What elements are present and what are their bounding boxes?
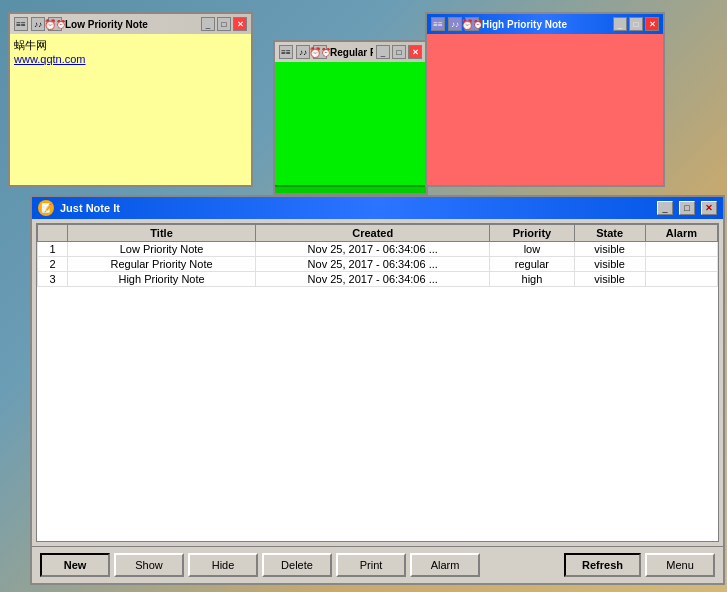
- note-regular-close[interactable]: ✕: [408, 45, 422, 59]
- note-regular-window: ≡ ♪ ⏰ Regular Priority _ □ ✕: [273, 40, 428, 195]
- note-high-title: High Priority Note: [482, 19, 610, 30]
- note-low-controls: _ □ ✕: [201, 17, 247, 31]
- delete-button[interactable]: Delete: [262, 553, 332, 577]
- note-high-minimize[interactable]: _: [613, 17, 627, 31]
- note-low-maximize[interactable]: □: [217, 17, 231, 31]
- hide-button[interactable]: Hide: [188, 553, 258, 577]
- col-header-created: Created: [256, 225, 490, 242]
- note-low-clock-icon[interactable]: ⏰: [48, 17, 62, 31]
- cell-1-3: regular: [490, 257, 574, 272]
- note-regular-controls: _ □ ✕: [376, 45, 422, 59]
- main-maximize-button[interactable]: □: [679, 201, 695, 215]
- main-titlebar: 📝 Just Note It _ □ ✕: [32, 197, 723, 219]
- note-low-url[interactable]: www.qqtn.com: [14, 53, 86, 65]
- cell-1-1: Regular Priority Note: [68, 257, 256, 272]
- note-low-link[interactable]: www.qqtn.com: [14, 53, 247, 65]
- note-regular-titlebar: ≡ ♪ ⏰ Regular Priority _ □ ✕: [275, 42, 426, 62]
- table-row[interactable]: 1Low Priority NoteNov 25, 2017 - 06:34:0…: [38, 242, 718, 257]
- cell-1-0: 2: [38, 257, 68, 272]
- col-header-n: [38, 225, 68, 242]
- cell-2-3: high: [490, 272, 574, 287]
- refresh-button[interactable]: Refresh: [564, 553, 641, 577]
- note-high-menu-icon[interactable]: ≡: [431, 17, 445, 31]
- col-header-alarm: Alarm: [645, 225, 717, 242]
- alarm-button[interactable]: Alarm: [410, 553, 480, 577]
- show-button[interactable]: Show: [114, 553, 184, 577]
- note-regular-footer: [275, 185, 426, 193]
- note-low-titlebar: ≡ ♪ ⏰ Low Priority Note _ □ ✕: [10, 14, 251, 34]
- cell-0-3: low: [490, 242, 574, 257]
- note-high-body[interactable]: [427, 34, 663, 185]
- table-row[interactable]: 3High Priority NoteNov 25, 2017 - 06:34:…: [38, 272, 718, 287]
- cell-0-0: 1: [38, 242, 68, 257]
- note-high-clock-icon[interactable]: ⏰: [465, 17, 479, 31]
- note-low-minimize[interactable]: _: [201, 17, 215, 31]
- note-low-content-line1: 蜗牛网: [14, 38, 247, 53]
- cell-0-1: Low Priority Note: [68, 242, 256, 257]
- note-low-close[interactable]: ✕: [233, 17, 247, 31]
- main-title: Just Note It: [60, 202, 651, 214]
- new-button[interactable]: New: [40, 553, 110, 577]
- note-high-speaker-icon[interactable]: ♪: [448, 17, 462, 31]
- app-icon: 📝: [38, 200, 54, 216]
- table-header-row: Title Created Priority State Alarm: [38, 225, 718, 242]
- cell-1-2: Nov 25, 2017 - 06:34:06 ...: [256, 257, 490, 272]
- cell-0-5: [645, 242, 717, 257]
- cell-2-0: 3: [38, 272, 68, 287]
- menu-button[interactable]: Menu: [645, 553, 715, 577]
- cell-1-4: visible: [574, 257, 645, 272]
- cell-1-5: [645, 257, 717, 272]
- cell-2-2: Nov 25, 2017 - 06:34:06 ...: [256, 272, 490, 287]
- note-high-window: ≡ ♪ ⏰ High Priority Note _ □ ✕: [425, 12, 665, 187]
- main-close-button[interactable]: ✕: [701, 201, 717, 215]
- note-regular-body[interactable]: [275, 62, 426, 185]
- button-bar: New Show Hide Delete Print Alarm Refresh…: [32, 546, 723, 583]
- note-regular-clock-icon[interactable]: ⏰: [313, 45, 327, 59]
- col-header-state: State: [574, 225, 645, 242]
- cell-0-4: visible: [574, 242, 645, 257]
- table-row[interactable]: 2Regular Priority NoteNov 25, 2017 - 06:…: [38, 257, 718, 272]
- note-low-title: Low Priority Note: [65, 19, 198, 30]
- notes-table-area[interactable]: Title Created Priority State Alarm 1Low …: [36, 223, 719, 542]
- notes-table: Title Created Priority State Alarm 1Low …: [37, 224, 718, 287]
- print-button[interactable]: Print: [336, 553, 406, 577]
- col-header-title: Title: [68, 225, 256, 242]
- main-window: 📝 Just Note It _ □ ✕ Title Created Prior…: [30, 195, 725, 585]
- main-minimize-button[interactable]: _: [657, 201, 673, 215]
- note-regular-maximize[interactable]: □: [392, 45, 406, 59]
- note-high-maximize[interactable]: □: [629, 17, 643, 31]
- note-regular-speaker-icon[interactable]: ♪: [296, 45, 310, 59]
- note-high-close[interactable]: ✕: [645, 17, 659, 31]
- cell-2-4: visible: [574, 272, 645, 287]
- note-low-speaker-icon[interactable]: ♪: [31, 17, 45, 31]
- note-high-titlebar: ≡ ♪ ⏰ High Priority Note _ □ ✕: [427, 14, 663, 34]
- table-body: 1Low Priority NoteNov 25, 2017 - 06:34:0…: [38, 242, 718, 287]
- note-high-controls: _ □ ✕: [613, 17, 659, 31]
- note-regular-menu-icon[interactable]: ≡: [279, 45, 293, 59]
- note-regular-title: Regular Priority: [330, 47, 373, 58]
- note-low-window: ≡ ♪ ⏰ Low Priority Note _ □ ✕ 蜗牛网 www.qq…: [8, 12, 253, 187]
- cell-0-2: Nov 25, 2017 - 06:34:06 ...: [256, 242, 490, 257]
- note-low-body[interactable]: 蜗牛网 www.qqtn.com: [10, 34, 251, 185]
- cell-2-5: [645, 272, 717, 287]
- note-regular-minimize[interactable]: _: [376, 45, 390, 59]
- note-low-menu-icon[interactable]: ≡: [14, 17, 28, 31]
- cell-2-1: High Priority Note: [68, 272, 256, 287]
- col-header-priority: Priority: [490, 225, 574, 242]
